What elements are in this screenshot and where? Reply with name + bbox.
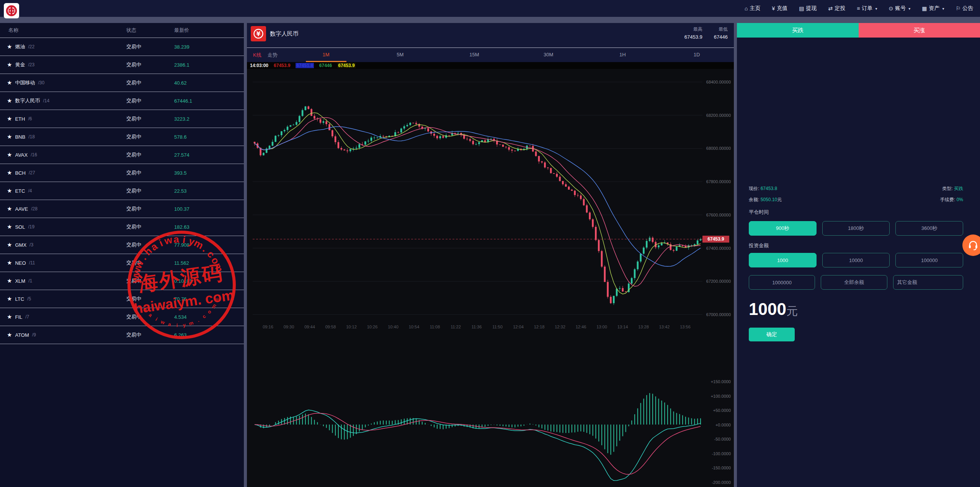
watchlist-row-中国移动[interactable]: ★中国移动/30交易中40.62 xyxy=(0,74,244,92)
nav-item-资产[interactable]: ▦资产▾ xyxy=(922,5,944,12)
svg-text:13:00: 13:00 xyxy=(596,325,607,329)
nav-item-充值[interactable]: ¥充值 xyxy=(772,5,787,12)
nav-item-主页[interactable]: ⌂主页 xyxy=(745,5,760,12)
favorite-star-icon[interactable]: ★ xyxy=(7,79,12,86)
amount-option-1000000[interactable]: 1000000 xyxy=(749,275,815,290)
watchlist-row-AAVE[interactable]: ★AAVE/28交易中100.37 xyxy=(0,200,244,218)
favorite-star-icon[interactable]: ★ xyxy=(7,133,12,140)
favorite-star-icon[interactable]: ★ xyxy=(7,187,12,194)
favorite-star-icon[interactable]: ★ xyxy=(7,97,12,104)
watchlist-row-BNB[interactable]: ★BNB/18交易中578.6 xyxy=(0,128,244,146)
interval-tab-30M[interactable]: 30M xyxy=(511,48,586,62)
low-label: 最低 xyxy=(714,26,728,33)
price-type-row: 现价: 67453.8 类型: 买跌 xyxy=(749,185,963,192)
favorite-star-icon[interactable]: ★ xyxy=(7,43,12,50)
duration-option-1800秒[interactable]: 1800秒 xyxy=(822,221,890,236)
instrument-name: ★FIL/7 xyxy=(0,313,126,320)
nav-item-定投[interactable]: ⇄定投 xyxy=(828,5,845,12)
favorite-star-icon[interactable]: ★ xyxy=(7,241,12,248)
interval-tab-1D[interactable]: 1D xyxy=(660,48,734,62)
instrument-status: 交易中 xyxy=(126,223,174,230)
watchlist-row-XLM[interactable]: ★XLM/1交易中0.10101 xyxy=(0,272,244,290)
instrument-name: ★黄金/23 xyxy=(0,61,126,68)
favorite-star-icon[interactable]: ★ xyxy=(7,151,12,158)
buy-up-tab[interactable]: 买涨 xyxy=(859,23,980,38)
watchlist-row-FIL[interactable]: ★FIL/7交易中4.534 xyxy=(0,308,244,326)
nav-item-账号[interactable]: ⊙账号▾ xyxy=(889,5,910,12)
amount-option-1000[interactable]: 1000 xyxy=(749,253,817,267)
nav-item-label: 资产 xyxy=(929,5,939,12)
watchlist-row-SOL[interactable]: ★SOL/19交易中182.63 xyxy=(0,218,244,236)
svg-text:12:04: 12:04 xyxy=(513,325,524,329)
watchlist-row-燃油[interactable]: ★燃油/22交易中38.239 xyxy=(0,38,244,56)
instrument-code: /27 xyxy=(29,170,35,175)
instrument-label: ETC xyxy=(15,188,25,194)
svg-text:10:40: 10:40 xyxy=(388,325,399,329)
instrument-label: 中国移动 xyxy=(15,79,35,86)
buy-down-tab[interactable]: 买跌 xyxy=(737,23,859,38)
instrument-price: 100.37 xyxy=(174,206,244,212)
instrument-name: ★AVAX/16 xyxy=(0,151,126,158)
chart-symbol: ¥ 数字人民币 xyxy=(251,26,299,41)
interval-tab-1M[interactable]: 1M xyxy=(289,48,363,62)
watchlist-row-ATOM[interactable]: ★ATOM/9交易中6.263 xyxy=(0,326,244,344)
amount-option-100000[interactable]: 100000 xyxy=(895,253,963,267)
watchlist-row-BCH[interactable]: ★BCH/27交易中393.5 xyxy=(0,164,244,182)
instrument-label: AVAX xyxy=(15,152,28,158)
amount-option-全部余额[interactable]: 全部余额 xyxy=(821,275,887,290)
app-logo[interactable] xyxy=(4,3,19,18)
instrument-label: BCH xyxy=(15,170,25,176)
watchlist-row-黄金[interactable]: ★黄金/23交易中2386.1 xyxy=(0,56,244,74)
interval-tab-label: 1H xyxy=(603,48,643,62)
instrument-code: /11 xyxy=(29,260,35,266)
favorite-star-icon[interactable]: ★ xyxy=(7,205,12,212)
favorite-star-icon[interactable]: ★ xyxy=(7,259,12,266)
order-type-label: 类型: xyxy=(942,186,952,191)
watchlist-row-AVAX[interactable]: ★AVAX/16交易中27.574 xyxy=(0,146,244,164)
watchlist-row-数字人民币[interactable]: ★数字人民币/14交易中67446.1 xyxy=(0,92,244,110)
duration-option-3600秒[interactable]: 3600秒 xyxy=(895,221,963,236)
favorite-star-icon[interactable]: ★ xyxy=(7,313,12,320)
favorite-star-icon[interactable]: ★ xyxy=(7,169,12,176)
amount-option-10000[interactable]: 10000 xyxy=(822,253,890,267)
favorite-star-icon[interactable]: ★ xyxy=(7,295,12,302)
confirm-button[interactable]: 确定 xyxy=(749,328,795,341)
watchlist-row-NEO[interactable]: ★NEO/11交易中11.562 xyxy=(0,254,244,272)
watchlist-row-ETH[interactable]: ★ETH/6交易中3223.2 xyxy=(0,110,244,128)
chart-high-low: 最高 67453.9 最低 67446 xyxy=(684,26,728,40)
high-stat: 最高 67453.9 xyxy=(684,26,702,40)
balance-unit: 元 xyxy=(777,197,782,202)
favorite-star-icon[interactable]: ★ xyxy=(7,277,12,284)
favorite-star-icon[interactable]: ★ xyxy=(7,223,12,230)
chart-tabbar: K线 走势 1M5M15M30M1H1D xyxy=(247,48,734,62)
favorite-star-icon[interactable]: ★ xyxy=(7,61,12,68)
balance-label: 余额: xyxy=(749,197,759,202)
svg-text:10:12: 10:12 xyxy=(346,325,357,329)
candlestick-chart[interactable]: 68400.0000068200.0000068000.0000067800.0… xyxy=(247,69,734,487)
instrument-price: 578.6 xyxy=(174,134,244,140)
duration-option-900秒[interactable]: 900秒 xyxy=(749,221,817,236)
nav-item-公告[interactable]: ⚐公告 xyxy=(956,5,973,12)
nav-item-提现[interactable]: ▤提现 xyxy=(799,5,817,12)
svg-text:68400.00000: 68400.00000 xyxy=(706,80,731,84)
amount-option-其它金额[interactable]: 其它金额 xyxy=(893,275,963,290)
tab-trend[interactable]: 走势 xyxy=(268,52,278,59)
fee-value: 0% xyxy=(957,197,963,202)
interval-tab-1H[interactable]: 1H xyxy=(586,48,660,62)
interval-tab-5M[interactable]: 5M xyxy=(363,48,437,62)
interval-tab-15M[interactable]: 15M xyxy=(437,48,511,62)
instrument-status: 交易中 xyxy=(126,61,174,68)
watchlist-row-GMX[interactable]: ★GMX/3交易中77.908 xyxy=(0,236,244,254)
fee-label: 手续费: xyxy=(940,197,955,202)
withdraw-icon: ▤ xyxy=(799,5,804,11)
tab-kline[interactable]: K线 xyxy=(253,52,261,59)
favorite-star-icon[interactable]: ★ xyxy=(7,331,12,338)
nav-item-订单[interactable]: ≡订单▾ xyxy=(857,5,877,12)
home-icon: ⌂ xyxy=(745,5,748,11)
watchlist-row-ETC[interactable]: ★ETC/4交易中22.53 xyxy=(0,182,244,200)
favorite-star-icon[interactable]: ★ xyxy=(7,115,12,122)
instrument-status: 交易中 xyxy=(126,295,174,302)
svg-text:+150.0000: +150.0000 xyxy=(711,379,731,384)
instrument-code: /7 xyxy=(25,314,29,320)
watchlist-row-LTC[interactable]: ★LTC/5交易中70.76 xyxy=(0,290,244,308)
